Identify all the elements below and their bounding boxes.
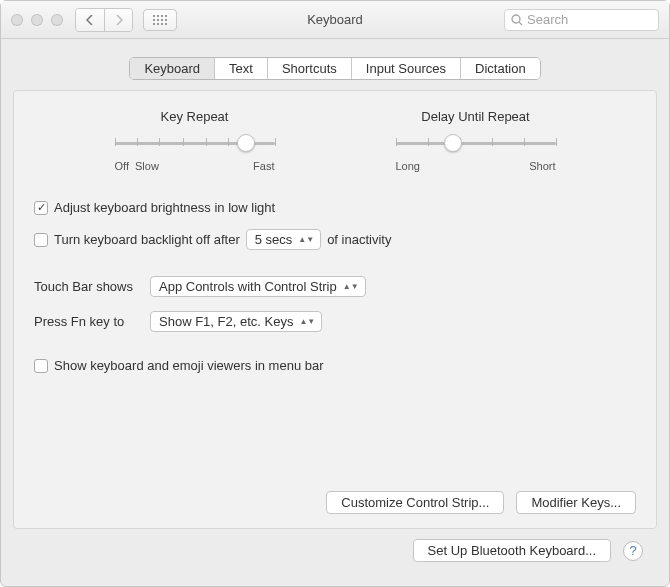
- svg-rect-9: [157, 23, 159, 25]
- backlight-duration-value: 5 secs: [255, 232, 293, 247]
- tab-dictation[interactable]: Dictation: [460, 58, 540, 79]
- preferences-window: Keyboard Search Keyboard Text Shortcuts …: [0, 0, 670, 587]
- key-repeat-off-label: Off: [115, 160, 129, 172]
- chevron-updown-icon: ▲▼: [298, 237, 314, 242]
- svg-line-13: [519, 22, 522, 25]
- svg-rect-1: [157, 15, 159, 17]
- tab-keyboard[interactable]: Keyboard: [130, 58, 214, 79]
- show-all-button[interactable]: [143, 9, 177, 31]
- help-button[interactable]: ?: [623, 541, 643, 561]
- touch-bar-label: Touch Bar shows: [34, 279, 144, 294]
- svg-rect-6: [161, 19, 163, 21]
- window-title: Keyboard: [307, 12, 363, 27]
- nav-buttons: [75, 8, 133, 32]
- body: Keyboard Text Shortcuts Input Sources Di…: [1, 39, 669, 586]
- chevron-updown-icon: ▲▼: [343, 284, 359, 289]
- svg-rect-10: [161, 23, 163, 25]
- svg-point-12: [512, 15, 520, 23]
- back-button[interactable]: [76, 9, 104, 31]
- close-icon[interactable]: [11, 14, 23, 26]
- brightness-label: Adjust keyboard brightness in low light: [54, 200, 275, 215]
- titlebar: Keyboard Search: [1, 1, 669, 39]
- tab-input-sources[interactable]: Input Sources: [351, 58, 460, 79]
- fn-value: Show F1, F2, etc. Keys: [159, 314, 293, 329]
- touch-bar-value: App Controls with Control Strip: [159, 279, 337, 294]
- forward-button[interactable]: [104, 9, 132, 31]
- svg-rect-2: [161, 15, 163, 17]
- fn-select[interactable]: Show F1, F2, etc. Keys ▲▼: [150, 311, 322, 332]
- window-controls: [11, 14, 63, 26]
- svg-rect-0: [153, 15, 155, 17]
- search-icon: [511, 14, 523, 26]
- delay-group: Delay Until Repeat Long Short: [355, 109, 596, 172]
- touch-bar-select[interactable]: App Controls with Control Strip ▲▼: [150, 276, 366, 297]
- brightness-row: Adjust keyboard brightness in low light: [34, 200, 636, 215]
- fn-row: Press Fn key to Show F1, F2, etc. Keys ▲…: [34, 311, 636, 332]
- touch-bar-row: Touch Bar shows App Controls with Contro…: [34, 276, 636, 297]
- emoji-label: Show keyboard and emoji viewers in menu …: [54, 358, 324, 373]
- backlight-checkbox[interactable]: [34, 233, 48, 247]
- svg-rect-8: [153, 23, 155, 25]
- search-input[interactable]: Search: [504, 9, 659, 31]
- tab-bar: Keyboard Text Shortcuts Input Sources Di…: [129, 57, 540, 80]
- chevron-updown-icon: ▲▼: [299, 319, 315, 324]
- key-repeat-title: Key Repeat: [74, 109, 315, 124]
- svg-rect-3: [165, 15, 167, 17]
- keyboard-panel: Key Repeat OffSlow Fast Delay Until Repe…: [13, 90, 657, 529]
- backlight-duration-select[interactable]: 5 secs ▲▼: [246, 229, 321, 250]
- key-repeat-group: Key Repeat OffSlow Fast: [74, 109, 315, 172]
- tab-shortcuts[interactable]: Shortcuts: [267, 58, 351, 79]
- customize-control-strip-button[interactable]: Customize Control Strip...: [326, 491, 504, 514]
- minimize-icon[interactable]: [31, 14, 43, 26]
- svg-rect-11: [165, 23, 167, 25]
- panel-buttons: Customize Control Strip... Modifier Keys…: [34, 491, 636, 514]
- tab-text[interactable]: Text: [214, 58, 267, 79]
- svg-rect-7: [165, 19, 167, 21]
- emoji-row: Show keyboard and emoji viewers in menu …: [34, 358, 636, 373]
- bluetooth-keyboard-button[interactable]: Set Up Bluetooth Keyboard...: [413, 539, 611, 562]
- delay-short-label: Short: [529, 160, 555, 172]
- key-repeat-slow-label: Slow: [135, 160, 159, 172]
- sliders-row: Key Repeat OffSlow Fast Delay Until Repe…: [74, 109, 596, 172]
- brightness-checkbox[interactable]: [34, 201, 48, 215]
- key-repeat-slider[interactable]: [115, 132, 275, 158]
- delay-long-label: Long: [396, 160, 420, 172]
- key-repeat-fast-label: Fast: [253, 160, 274, 172]
- delay-slider[interactable]: [396, 132, 556, 158]
- backlight-post-label: of inactivity: [327, 232, 391, 247]
- emoji-checkbox[interactable]: [34, 359, 48, 373]
- fn-label: Press Fn key to: [34, 314, 144, 329]
- backlight-pre-label: Turn keyboard backlight off after: [54, 232, 240, 247]
- backlight-row: Turn keyboard backlight off after 5 secs…: [34, 229, 636, 250]
- svg-rect-5: [157, 19, 159, 21]
- footer: Set Up Bluetooth Keyboard... ?: [13, 529, 657, 574]
- delay-title: Delay Until Repeat: [355, 109, 596, 124]
- search-placeholder: Search: [527, 12, 568, 27]
- svg-rect-4: [153, 19, 155, 21]
- modifier-keys-button[interactable]: Modifier Keys...: [516, 491, 636, 514]
- zoom-icon[interactable]: [51, 14, 63, 26]
